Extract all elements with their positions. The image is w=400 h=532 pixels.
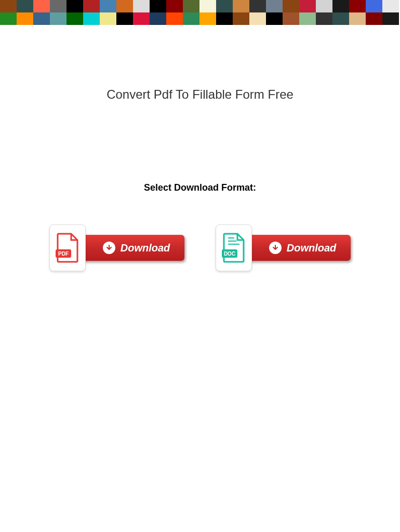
banner-thumb <box>33 12 50 25</box>
banner-thumb <box>83 0 100 12</box>
doc-file-icon: DOC <box>216 224 252 271</box>
banner-thumb <box>249 0 266 12</box>
download-doc-button[interactable]: Download <box>247 235 351 261</box>
banner-thumb <box>183 0 199 12</box>
download-pdf-label: Download <box>121 242 170 254</box>
banner-thumb <box>349 0 366 12</box>
banner-thumb <box>233 0 249 12</box>
banner-thumb <box>183 12 199 25</box>
banner-thumb <box>116 0 133 12</box>
banner-thumb <box>17 12 33 25</box>
banner-thumb <box>66 0 83 12</box>
banner-thumb <box>366 12 382 25</box>
banner-thumb <box>166 12 183 25</box>
banner-thumb <box>100 0 116 12</box>
select-format-label: Select Download Format: <box>0 182 400 193</box>
banner-thumb <box>199 12 216 25</box>
banner-thumb <box>0 12 17 25</box>
page-title: Convert Pdf To Fillable Form Free <box>0 87 400 102</box>
banner-thumb <box>166 0 183 12</box>
banner-thumb <box>199 0 216 12</box>
download-doc-label: Download <box>287 242 337 254</box>
banner-thumb <box>83 12 100 25</box>
banner-thumb <box>100 12 116 25</box>
banner-thumb <box>382 0 399 12</box>
banner-thumb <box>0 0 17 12</box>
pdf-file-icon: PDF <box>49 224 86 271</box>
banner-thumb <box>216 12 233 25</box>
banner-thumb <box>349 12 366 25</box>
banner-thumb <box>366 0 382 12</box>
banner-thumb <box>332 0 349 12</box>
banner-thumb <box>382 12 399 25</box>
banner-thumb <box>316 0 332 12</box>
banner-thumb <box>133 12 150 25</box>
download-arrow-icon <box>269 242 282 254</box>
download-options-row: PDF Download DOC Do <box>0 224 400 271</box>
banner-thumb <box>50 12 66 25</box>
banner-thumb <box>316 12 332 25</box>
download-option-doc: DOC Download <box>216 224 351 271</box>
pdf-badge-text: PDF <box>58 251 69 257</box>
banner-thumb <box>133 0 150 12</box>
banner-thumb <box>233 12 249 25</box>
banner-thumb <box>266 0 283 12</box>
banner-thumb <box>150 0 166 12</box>
banner-thumb <box>66 12 83 25</box>
banner-thumb <box>249 12 266 25</box>
banner-thumb <box>283 0 299 12</box>
download-option-pdf: PDF Download <box>49 224 184 271</box>
banner-thumb <box>17 0 33 12</box>
download-pdf-button[interactable]: Download <box>81 235 184 261</box>
banner-thumb <box>50 0 66 12</box>
banner-thumb <box>116 12 133 25</box>
banner-thumb <box>266 12 283 25</box>
banner-thumb <box>332 12 349 25</box>
banner-thumb <box>299 12 316 25</box>
header-banner <box>0 0 400 25</box>
banner-thumb <box>299 0 316 12</box>
banner-thumb <box>150 12 166 25</box>
banner-thumb <box>33 0 50 12</box>
banner-thumb <box>283 12 299 25</box>
download-arrow-icon <box>103 242 115 254</box>
doc-badge-text: DOC <box>224 251 235 257</box>
banner-thumb <box>216 0 233 12</box>
